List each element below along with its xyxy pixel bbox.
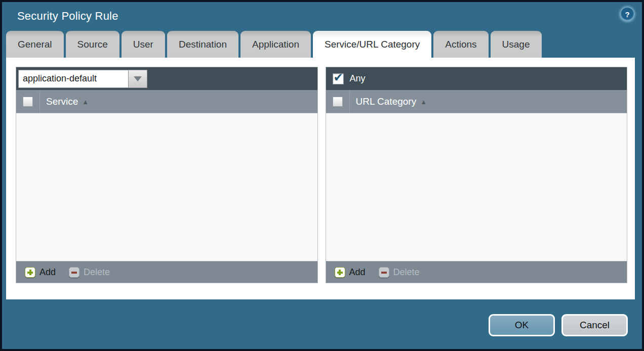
tab-content: Service ▲ Add Delete A: [6, 58, 635, 299]
service-type-dropdown[interactable]: [18, 70, 147, 88]
tab-service-url-category[interactable]: Service/URL Category: [313, 31, 431, 58]
service-footer: Add Delete: [16, 261, 317, 283]
dropdown-arrow-button[interactable]: [129, 70, 147, 88]
url-category-column-header[interactable]: URL Category ▲: [350, 96, 427, 107]
tab-application[interactable]: Application: [240, 31, 311, 58]
delete-url-category-button[interactable]: Delete: [379, 267, 420, 278]
service-table-body: [16, 113, 317, 261]
service-column-label: Service: [46, 96, 78, 107]
dialog-button-bar: OK Cancel: [2, 299, 642, 336]
add-url-category-button[interactable]: Add: [335, 267, 366, 278]
tab-general[interactable]: General: [6, 31, 64, 58]
delete-service-label: Delete: [84, 267, 110, 278]
sort-ascending-icon: ▲: [82, 97, 89, 106]
cancel-button[interactable]: Cancel: [561, 314, 628, 336]
url-category-select-all-cell: [326, 90, 350, 113]
tab-actions[interactable]: Actions: [433, 31, 488, 58]
title-bar: Security Policy Rule ?: [2, 2, 642, 30]
tab-usage[interactable]: Usage: [491, 31, 542, 58]
delete-service-button[interactable]: Delete: [69, 267, 110, 278]
plus-icon: [335, 267, 345, 278]
any-label: Any: [350, 73, 366, 84]
add-url-category-label: Add: [349, 267, 366, 278]
url-category-footer: Add Delete: [326, 261, 627, 283]
tab-destination[interactable]: Destination: [167, 31, 238, 58]
sort-ascending-icon: ▲: [420, 97, 427, 106]
service-panel: Service ▲ Add Delete: [16, 67, 318, 283]
tab-source[interactable]: Source: [66, 31, 119, 58]
service-select-all-checkbox[interactable]: [23, 97, 33, 107]
minus-icon: [379, 267, 389, 278]
dialog-title: Security Policy Rule: [17, 10, 118, 23]
delete-url-category-label: Delete: [393, 267, 420, 278]
url-category-table-header: URL Category ▲: [326, 90, 627, 113]
add-service-label: Add: [39, 267, 56, 278]
service-table-header: Service ▲: [16, 90, 317, 113]
service-type-input[interactable]: [18, 70, 129, 88]
url-category-panel: Any URL Category ▲ Add: [326, 67, 628, 283]
any-checkbox[interactable]: [333, 73, 344, 84]
url-category-toolbar: Any: [326, 67, 627, 90]
help-icon[interactable]: ?: [621, 8, 634, 21]
url-category-column-label: URL Category: [356, 96, 417, 107]
service-toolbar: [16, 67, 317, 90]
tab-user[interactable]: User: [122, 31, 165, 58]
chevron-down-icon: [134, 76, 142, 81]
url-category-select-all-checkbox[interactable]: [333, 97, 343, 107]
service-column-header[interactable]: Service ▲: [40, 96, 89, 107]
tab-bar: General Source User Destination Applicat…: [6, 30, 642, 58]
url-category-table-body: [326, 113, 627, 261]
any-row: Any: [328, 73, 366, 84]
minus-icon: [69, 267, 79, 278]
ok-button[interactable]: OK: [489, 314, 555, 336]
add-service-button[interactable]: Add: [25, 267, 56, 278]
security-policy-rule-dialog: Security Policy Rule ? General Source Us…: [0, 0, 644, 351]
plus-icon: [25, 267, 35, 278]
service-select-all-cell: [16, 90, 40, 113]
